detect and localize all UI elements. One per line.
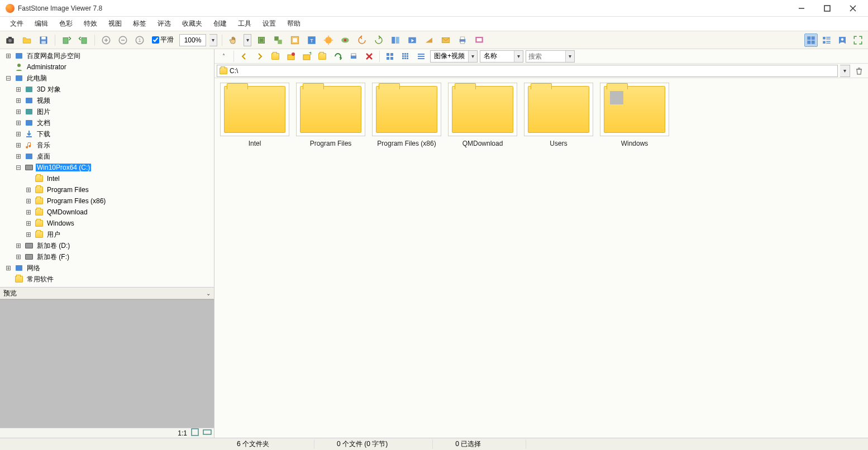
tree-item[interactable]: Administrator — [2, 61, 214, 73]
crop-icon[interactable] — [255, 33, 268, 47]
tree-item[interactable]: ⊞音乐 — [2, 140, 214, 151]
copy-to-icon[interactable] — [60, 33, 73, 47]
folder-tree[interactable]: ⊞百度网盘同步空间Administrator⊟此电脑⊞3D 对象⊞视频⊞图片⊞文… — [0, 49, 214, 287]
tree-item[interactable]: ⊞QMDownload — [2, 207, 214, 218]
maximize-button[interactable] — [814, 0, 840, 17]
filter-combo[interactable]: 图像+视频 ▾ — [430, 50, 478, 63]
menu-7[interactable]: 收藏夹 — [177, 17, 208, 31]
sort-combo[interactable]: 名称 ▾ — [480, 50, 523, 63]
view-details-button[interactable] — [820, 33, 833, 47]
tree-expand-icon[interactable]: ⊞ — [15, 85, 22, 93]
wallpaper-icon[interactable] — [473, 33, 486, 47]
tree-expand-icon[interactable]: ⊟ — [4, 74, 12, 82]
rotate-right-icon[interactable] — [372, 33, 385, 47]
menu-4[interactable]: 视图 — [103, 17, 127, 31]
tree-expand-icon[interactable]: ⊞ — [4, 264, 12, 272]
menu-1[interactable]: 编辑 — [29, 17, 54, 31]
tree-item[interactable]: Intel — [2, 173, 214, 184]
folder-thumb[interactable]: QMDownload — [447, 83, 518, 155]
hand-dropdown[interactable]: ▾ — [244, 34, 251, 46]
actual-size-icon[interactable]: 1 — [133, 33, 146, 47]
tree-expand-icon[interactable]: ⊞ — [15, 242, 22, 250]
zoom-in-icon[interactable] — [99, 33, 113, 47]
preview-collapse-icon[interactable]: ⌄ — [206, 290, 211, 296]
address-bar[interactable]: C:\ — [217, 65, 838, 77]
tree-expand-icon[interactable]: ⊞ — [25, 197, 32, 205]
zoom-value[interactable]: 100% — [179, 34, 206, 46]
fit-icon[interactable] — [203, 428, 212, 438]
view-small-icon[interactable] — [399, 50, 412, 63]
tree-item[interactable]: ⊞图片 — [2, 106, 214, 117]
back-icon[interactable] — [237, 50, 251, 63]
print-icon[interactable] — [456, 33, 469, 47]
close-button[interactable] — [840, 0, 866, 17]
address-dropdown[interactable]: ▾ — [840, 65, 850, 77]
compare-icon[interactable] — [389, 33, 402, 47]
tree-expand-icon[interactable]: ⊞ — [15, 108, 22, 116]
adjust-icon[interactable] — [322, 33, 335, 47]
menu-0[interactable]: 文件 — [4, 17, 29, 31]
canvas-icon[interactable] — [288, 33, 302, 47]
open-folder-icon[interactable] — [20, 33, 34, 47]
view-list-icon[interactable] — [414, 50, 428, 63]
fav-folder-icon[interactable] — [284, 50, 298, 63]
folder-thumb[interactable]: Program Files (x86) — [371, 83, 442, 155]
tree-expand-icon[interactable]: ⊞ — [15, 141, 22, 149]
new-folder-icon[interactable]: + — [300, 50, 313, 63]
up-folder-icon[interactable] — [269, 50, 282, 63]
tree-expand-icon[interactable]: ⊞ — [25, 219, 32, 227]
folder-thumb[interactable]: Program Files — [295, 83, 366, 155]
tree-expand-icon[interactable]: ⊟ — [15, 164, 22, 171]
tree-expand-icon[interactable]: ⊞ — [25, 231, 32, 238]
tree-item[interactable]: ⊞新加卷 (D:) — [2, 240, 214, 251]
tree-expand-icon[interactable]: ⊞ — [15, 253, 22, 261]
menu-9[interactable]: 工具 — [232, 17, 257, 31]
redeye-icon[interactable] — [338, 33, 352, 47]
menu-3[interactable]: 特效 — [78, 17, 103, 31]
text-icon[interactable]: T — [305, 33, 318, 47]
tree-item[interactable]: ⊞用户 — [2, 229, 214, 240]
resize-icon[interactable] — [271, 33, 285, 47]
tree-item[interactable]: ⊞3D 对象 — [2, 84, 214, 95]
forward-icon[interactable] — [253, 50, 266, 63]
tree-expand-icon[interactable]: ⊞ — [4, 52, 12, 60]
print-list-icon[interactable] — [347, 50, 360, 63]
move-to-icon[interactable] — [77, 33, 90, 47]
tree-item[interactable]: ⊞新加卷 (F:) — [2, 251, 214, 262]
view-fullscreen-button[interactable] — [851, 33, 865, 47]
search-combo[interactable]: ▾ — [526, 50, 575, 63]
tree-item[interactable]: ⊞Program Files — [2, 184, 214, 195]
tree-expand-icon[interactable]: ⊞ — [15, 119, 22, 127]
tree-item[interactable]: ⊞桌面 — [2, 151, 214, 162]
tree-item[interactable]: ⊞视频 — [2, 95, 214, 106]
trash-icon[interactable] — [852, 64, 866, 78]
menu-6[interactable]: 评选 — [152, 17, 177, 31]
tree-expand-icon[interactable]: ⊞ — [25, 186, 32, 194]
folder-thumb[interactable]: Users — [523, 83, 594, 155]
scan-icon[interactable] — [422, 33, 436, 47]
menu-5[interactable]: 标签 — [127, 17, 152, 31]
search-input[interactable] — [526, 51, 565, 62]
tree-item[interactable]: ⊞文档 — [2, 117, 214, 128]
thumbnails-pane[interactable]: IntelProgram FilesProgram Files (x86)QMD… — [214, 78, 868, 438]
save-icon[interactable] — [37, 33, 50, 47]
zoom-out-icon[interactable] — [116, 33, 130, 47]
camera-icon[interactable] — [3, 33, 17, 47]
up-icon[interactable]: ˄ — [217, 50, 230, 63]
tree-item[interactable]: ⊞网络 — [2, 262, 214, 274]
tree-item[interactable]: ⊞百度网盘同步空间 — [2, 50, 214, 61]
tree-expand-icon[interactable]: ⊞ — [15, 97, 22, 104]
smooth-checkbox[interactable] — [152, 36, 159, 44]
tree-expand-icon[interactable]: ⊞ — [15, 130, 22, 138]
email-icon[interactable] — [439, 33, 452, 47]
zoom-dropdown[interactable]: ▾ — [209, 34, 217, 46]
delete-icon[interactable] — [363, 50, 376, 63]
menu-11[interactable]: 帮助 — [282, 17, 306, 31]
refresh-icon[interactable] — [331, 50, 345, 63]
tree-item[interactable]: ⊞Windows — [2, 218, 214, 229]
view-large-icon[interactable] — [383, 50, 397, 63]
rotate-left-icon[interactable] — [355, 33, 369, 47]
view-thumbnails-button[interactable] — [804, 33, 818, 47]
explore-folder-icon[interactable] — [316, 50, 329, 63]
minimize-button[interactable] — [789, 0, 814, 17]
